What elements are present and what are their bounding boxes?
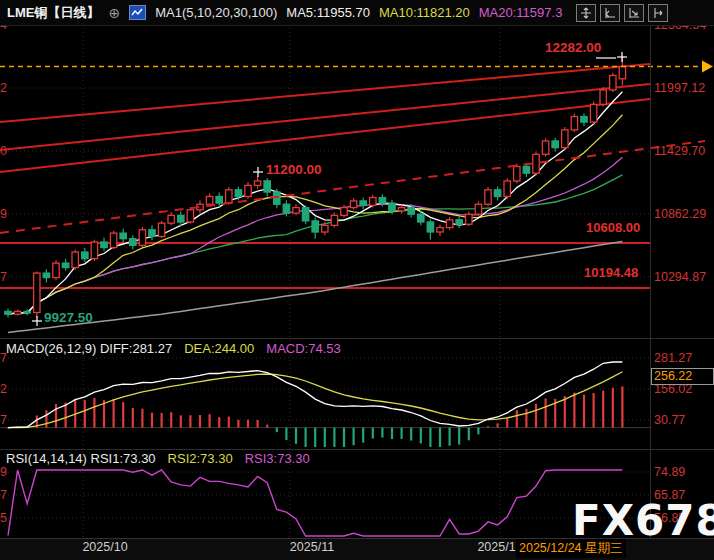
price-tick-label: 11429.70	[654, 144, 705, 158]
macd-hist-value: MACD:74.53	[266, 341, 340, 356]
rsi-title: RSI(14,14,14) RSI1:73.30	[6, 451, 156, 466]
left-axis-clipped-digit: 2	[0, 382, 7, 396]
chart-toolbar-buttons	[576, 4, 668, 22]
left-axis-clipped-digit: 7	[0, 413, 7, 427]
month-label: 2025/10	[82, 540, 127, 554]
macd-current-value-box: 256.22	[651, 368, 714, 385]
ma20-value: MA20:11597.3	[479, 5, 563, 20]
price-tick-label: 10862.29	[654, 207, 706, 221]
instrument-title: LME铜【日线】	[7, 4, 99, 22]
left-axis-clipped-digit: 0	[0, 144, 7, 158]
peak-price-annotation: 11200.00	[266, 162, 322, 177]
fx678-watermark: FX678	[572, 496, 714, 545]
compare-icon[interactable]: ⊕	[108, 5, 120, 21]
support-level-label: 10194.48	[584, 265, 638, 280]
macd-title: MACD(26,12,9) DIFF:281.27	[6, 341, 172, 356]
chart-canvas[interactable]	[0, 0, 714, 560]
rsi-header: RSI(14,14,14) RSI1:73.30RSI2:73.30RSI3:7…	[6, 451, 310, 466]
pan-tool-icon[interactable]	[576, 4, 596, 22]
price-tick-label: 10294.87	[654, 270, 706, 284]
macd-tick-label: 281.27	[654, 351, 692, 365]
fit-vertical-axis-icon[interactable]	[624, 4, 644, 22]
chart-type-icon[interactable]	[129, 5, 146, 20]
price-tick-label: 11997.12	[654, 81, 705, 95]
support-level-label: 10608.00	[586, 220, 640, 235]
rsi2-value: RSI2:73.30	[168, 451, 233, 466]
left-axis-clipped-digit: 5	[0, 511, 7, 525]
ma10-value: MA10:11821.20	[379, 5, 470, 20]
macd-header: MACD(26,12,9) DIFF:281.27DEA:244.00MACD:…	[6, 341, 341, 356]
low-price-annotation: 9927.50	[44, 310, 93, 325]
fit-horizontal-axis-icon[interactable]	[600, 4, 620, 22]
ma-settings-label[interactable]: MA1(5,10,20,30,100)	[155, 5, 277, 20]
left-axis-clipped-digit: 2	[0, 81, 7, 95]
macd-dea-value: DEA:244.00	[184, 341, 254, 356]
left-axis-clipped-digit: 9	[0, 465, 7, 479]
left-axis-clipped-digit: 9	[0, 207, 7, 221]
toolbar: LME铜【日线】 ⊕ MA1(5,10,20,30,100) MA5:11955…	[0, 0, 714, 26]
month-label: 2025/11	[290, 540, 334, 554]
shift-right-icon[interactable]	[648, 4, 668, 22]
left-axis-clipped-digit: 7	[0, 488, 7, 502]
high-price-annotation: 12282.00	[545, 40, 601, 55]
trading-chart-window: LME铜【日线】 ⊕ MA1(5,10,20,30,100) MA5:11955…	[0, 0, 714, 560]
rsi3-value: RSI3:73.30	[245, 451, 310, 466]
ma5-value: MA5:11955.70	[286, 5, 370, 20]
left-axis-clipped-digit: 7	[0, 270, 7, 284]
macd-tick-label: 30.77	[654, 413, 685, 427]
rsi-tick-label: 74.89	[654, 465, 685, 479]
